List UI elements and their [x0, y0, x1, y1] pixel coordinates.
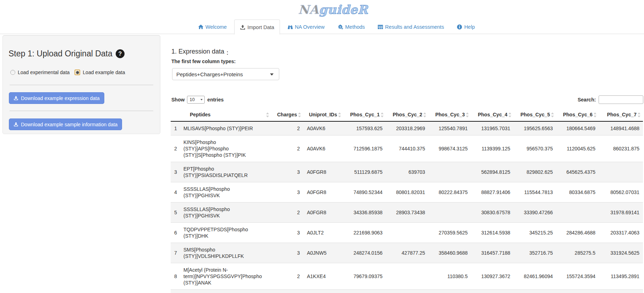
col-header-rownum — [171, 109, 180, 121]
sort-icon[interactable] — [508, 112, 512, 118]
tab-na-overview[interactable]: NA Overview — [282, 20, 330, 34]
col-header-Phos_Cyc_4[interactable]: Phos_Cyc_4 — [471, 109, 514, 121]
value-cell: 80222.84375 — [429, 182, 471, 203]
peptide-cell: EPT[Phospho (STY)]PSIASDISLPIATQELR — [180, 162, 271, 182]
column-types-value: Peptides+Charges+Proteins — [176, 71, 243, 77]
radio-label-experimental[interactable]: Load experimental data — [18, 70, 70, 75]
value-cell: 829802.625 — [514, 162, 556, 182]
entries-label: entries — [207, 97, 224, 103]
value-cell: 80334.6875 — [556, 182, 599, 203]
value-cell: 28903.73438 — [386, 203, 429, 223]
column-types-select[interactable]: Peptides+Charges+Proteins — [172, 68, 279, 80]
sort-icon[interactable] — [423, 112, 426, 118]
question-icon[interactable]: ? — [116, 49, 125, 58]
value-cell: 155724.3594 — [556, 263, 599, 290]
value-cell: 331924.5625 — [599, 243, 643, 263]
home-icon — [198, 24, 204, 30]
expression-data-heading: 1. Expression data： — [171, 47, 231, 56]
sort-icon[interactable] — [466, 112, 469, 118]
charge-cell: 2 — [271, 203, 303, 223]
expression-data-table: PeptidesChargesUniprot_IDsPhos_Cyc_1Phos… — [171, 109, 643, 293]
col-header-Phos_Cyc_7[interactable]: Phos_Cyc_7 — [599, 109, 643, 121]
upload-icon — [240, 24, 246, 30]
uniprot-cell: A0AVK6 — [303, 136, 343, 162]
sort-icon[interactable] — [551, 112, 554, 118]
col-header-Phos_Cyc_1[interactable]: Phos_Cyc_1 — [343, 109, 386, 121]
value-cell: 221698.9063 — [343, 223, 386, 243]
value-cell: 285275.5 — [556, 243, 599, 263]
radio-label-example[interactable]: Load example data — [83, 70, 125, 75]
column-types-label: The first few column types: — [171, 59, 236, 64]
peptide-cell: SMS[Phospho (STY)]VDLSHIPLKDPLLFK — [180, 243, 271, 263]
value-cell: 80562.07031 — [599, 182, 643, 203]
value-cell: 157593.625 — [343, 121, 386, 136]
col-header-Uniprot_IDs[interactable]: Uniprot_IDs — [303, 109, 343, 121]
col-header-Phos_Cyc_6[interactable]: Phos_Cyc_6 — [556, 109, 599, 121]
row-number: 8 — [171, 263, 180, 290]
search-input[interactable] — [599, 95, 643, 104]
value-cell: 148941.4688 — [599, 121, 643, 136]
value-cell: 744410.375 — [386, 136, 429, 162]
tab-welcome[interactable]: Welcome — [193, 20, 232, 34]
radio-load-example[interactable] — [75, 70, 80, 75]
col-header-Phos_Cyc_3[interactable]: Phos_Cyc_3 — [429, 109, 471, 121]
col-header-Phos_Cyc_2[interactable]: Phos_Cyc_2 — [386, 109, 429, 121]
value-cell: 1139399.125 — [471, 136, 514, 162]
row-number: 1 — [171, 121, 180, 136]
value-cell: 180664.5469 — [556, 121, 599, 136]
uniprot-cell: A0FGR8 — [303, 182, 343, 203]
charge-cell: 3 — [271, 243, 303, 263]
tab-label: NA Overview — [295, 24, 325, 30]
value-cell: 639703 — [386, 162, 429, 182]
tab-import-data[interactable]: Import Data — [234, 20, 280, 34]
sort-icon[interactable] — [638, 112, 641, 118]
value-cell — [386, 263, 429, 290]
tab-methods[interactable]: Methods — [332, 20, 370, 34]
table-row — [171, 290, 643, 293]
download-icon — [13, 122, 18, 127]
value-cell: 645625.4375 — [556, 162, 599, 182]
charge-cell: 2 — [271, 121, 303, 136]
table-icon — [378, 24, 383, 30]
download-icon — [13, 96, 18, 101]
gears-icon — [337, 24, 343, 30]
value-cell: 88827.91406 — [471, 182, 514, 203]
sort-icon[interactable] — [298, 112, 301, 118]
value-cell: 82461.96094 — [514, 263, 556, 290]
row-number: 2 — [171, 136, 180, 162]
row-number: 7 — [171, 243, 180, 263]
sort-icon[interactable] — [381, 112, 384, 118]
value-cell: 195625.6563 — [514, 121, 556, 136]
naguider-app: NAguideR WelcomeImport DataNA OverviewMe… — [0, 0, 644, 293]
table-search-control: Search: — [578, 95, 643, 104]
col-header-Peptides[interactable]: Peptides — [180, 109, 271, 121]
download-sample-info-button[interactable]: Download example sample information data — [9, 118, 122, 130]
value-cell: 1120045.625 — [556, 136, 599, 162]
col-header-Charges[interactable]: Charges — [271, 109, 303, 121]
tab-help[interactable]: Help — [451, 20, 480, 34]
nav-tab-bar: WelcomeImport DataNA OverviewMethodsResu… — [0, 20, 644, 34]
page-length-select[interactable]: 10 — [187, 96, 205, 104]
radio-load-experimental[interactable] — [10, 70, 15, 75]
uniprot-cell: A0JNW5 — [303, 243, 343, 263]
tab-results[interactable]: Results and Assessments — [372, 20, 449, 34]
chevron-down-icon — [200, 99, 203, 100]
sort-icon[interactable] — [594, 112, 597, 118]
value-cell: 74890.52344 — [343, 182, 386, 203]
col-header-Phos_Cyc_5[interactable]: Phos_Cyc_5 — [514, 109, 556, 121]
sort-icon[interactable] — [266, 112, 269, 118]
table-row: 3EPT[Phospho (STY)]PSIASDISLPIATQELR3A0F… — [171, 162, 643, 182]
sort-icon[interactable] — [338, 112, 341, 118]
charge-cell: 3 — [271, 162, 303, 182]
peptide-cell: SSSSLLAS[Phospho (STY)]PGHISVK — [180, 182, 271, 203]
value-cell — [429, 162, 471, 182]
nav-tabs: WelcomeImport DataNA OverviewMethodsResu… — [193, 20, 482, 34]
data-source-radios: Load experimental data Load example data — [10, 70, 125, 75]
value-cell: 248274.0156 — [343, 243, 386, 263]
row-number: 4 — [171, 182, 180, 203]
value-cell: 998674.3125 — [429, 136, 471, 162]
divider — [10, 85, 153, 85]
search-label: Search: — [578, 97, 596, 103]
value-cell: 358460.9688 — [429, 243, 471, 263]
download-expression-button[interactable]: Download example expression data — [9, 92, 104, 104]
